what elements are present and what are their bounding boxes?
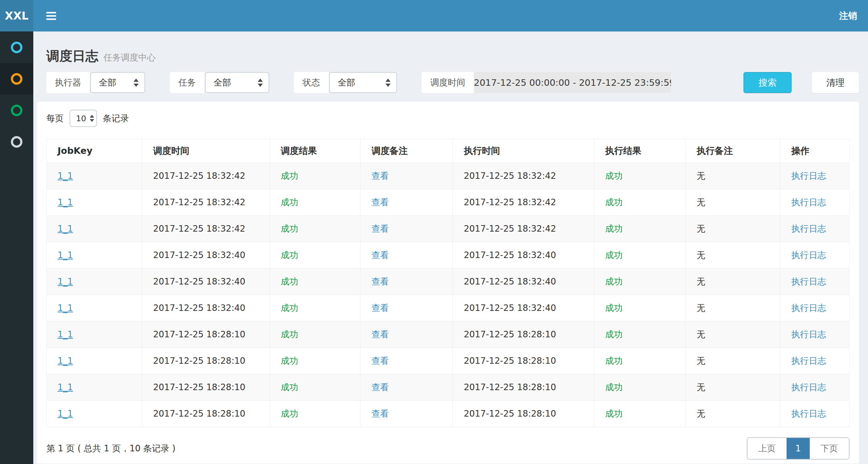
trigger-msg-cell: 查看 — [361, 242, 453, 269]
exec-log-link[interactable]: 执行日志 — [791, 356, 826, 366]
trigger-msg-cell: 查看 — [361, 374, 453, 401]
exec-log-link[interactable]: 执行日志 — [791, 250, 826, 260]
search-button[interactable]: 搜索 — [743, 72, 792, 93]
pagesize-select[interactable]: 10 — [69, 110, 97, 127]
app-logo[interactable]: XXL — [0, 0, 33, 31]
executor-select[interactable]: 全部 — [90, 72, 145, 93]
pagination: 上页 1 下页 — [747, 437, 850, 460]
table-row: 1_1 2017-12-25 18:28:10 成功 查看 2017-12-25… — [47, 321, 850, 348]
sidebar-item-3[interactable] — [0, 94, 33, 126]
handle-time-cell: 2017-12-25 18:32:40 — [453, 242, 594, 269]
jobkey-link[interactable]: 1_1 — [58, 171, 73, 181]
sidebar-item-2[interactable] — [0, 63, 33, 94]
jobkey-link[interactable]: 1_1 — [58, 356, 73, 366]
action-cell: 执行日志 — [780, 295, 850, 321]
handle-result-cell: 成功 — [594, 163, 686, 189]
column-header-action: 操作 — [780, 139, 850, 163]
status-filter-group: 状态 全部 — [294, 72, 397, 93]
handle-result-cell: 成功 — [594, 295, 686, 321]
current-page-button[interactable]: 1 — [787, 438, 810, 459]
top-navbar: XXL 注销 — [0, 0, 868, 31]
handle-result-cell: 成功 — [594, 189, 686, 216]
view-msg-link[interactable]: 查看 — [371, 250, 389, 260]
exec-log-link[interactable]: 执行日志 — [791, 197, 826, 207]
handle-time-cell: 2017-12-25 18:28:10 — [453, 374, 594, 401]
time-filter-group: 调度时间 — [422, 72, 671, 93]
table-row: 1_1 2017-12-25 18:28:10 成功 查看 2017-12-25… — [47, 374, 850, 401]
jobkey-link[interactable]: 1_1 — [58, 277, 73, 287]
jobkey-cell: 1_1 — [47, 295, 142, 321]
column-header-jobkey: JobKey — [47, 139, 142, 163]
exec-log-link[interactable]: 执行日志 — [791, 277, 826, 287]
pagesize-suffix: 条记录 — [103, 113, 129, 124]
view-msg-link[interactable]: 查看 — [371, 329, 389, 339]
job-select[interactable]: 全部 — [205, 72, 269, 93]
trigger-result-cell: 成功 — [270, 189, 361, 216]
handle-msg-cell: 无 — [686, 242, 780, 269]
status-select[interactable]: 全部 — [329, 72, 397, 93]
select-stepper-icon — [134, 79, 139, 87]
select-stepper-icon — [385, 79, 391, 87]
table-row: 1_1 2017-12-25 18:32:40 成功 查看 2017-12-25… — [47, 269, 850, 295]
trigger-result-cell: 成功 — [270, 242, 361, 269]
jobkey-link[interactable]: 1_1 — [58, 224, 73, 234]
trigger-msg-cell: 查看 — [361, 321, 453, 348]
handle-time-cell: 2017-12-25 18:28:10 — [453, 321, 594, 348]
handle-msg-cell: 无 — [686, 295, 780, 321]
exec-log-link[interactable]: 执行日志 — [791, 303, 826, 313]
jobkey-cell: 1_1 — [47, 348, 142, 374]
handle-msg-cell: 无 — [686, 269, 780, 295]
logout-link[interactable]: 注销 — [839, 10, 857, 22]
trigger-msg-cell: 查看 — [361, 269, 453, 295]
pagesize-row: 每页 10 条记录 — [37, 102, 859, 127]
trigger-time-cell: 2017-12-25 18:28:10 — [142, 401, 270, 427]
jobkey-link[interactable]: 1_1 — [58, 329, 73, 339]
job-select-value: 全部 — [214, 77, 251, 88]
page-subtitle: 任务调度中心 — [104, 52, 156, 63]
view-msg-link[interactable]: 查看 — [371, 382, 389, 392]
view-msg-link[interactable]: 查看 — [371, 356, 389, 366]
log-table-wrap: JobKey 调度时间 调度结果 调度备注 执行时间 执行结果 执行备注 操作 … — [46, 139, 850, 427]
column-header-handle-time: 执行时间 — [453, 139, 594, 163]
clear-button[interactable]: 清理 — [812, 72, 859, 93]
jobkey-link[interactable]: 1_1 — [58, 197, 73, 207]
jobkey-cell: 1_1 — [47, 374, 142, 401]
exec-log-link[interactable]: 执行日志 — [791, 171, 826, 181]
jobkey-cell: 1_1 — [47, 321, 142, 348]
trigger-time-cell: 2017-12-25 18:28:10 — [142, 348, 270, 374]
view-msg-link[interactable]: 查看 — [371, 409, 389, 419]
trigger-msg-cell: 查看 — [361, 216, 453, 242]
sidebar-toggle-icon[interactable] — [43, 7, 60, 25]
next-page-button[interactable]: 下页 — [810, 438, 849, 459]
page-summary: 第 1 页 ( 总共 1 页，10 条记录 ) — [46, 443, 176, 454]
table-row: 1_1 2017-12-25 18:32:42 成功 查看 2017-12-25… — [47, 216, 850, 242]
exec-log-link[interactable]: 执行日志 — [791, 409, 826, 419]
sidebar-item-4[interactable] — [0, 126, 33, 157]
exec-log-link[interactable]: 执行日志 — [791, 382, 826, 392]
handle-time-cell: 2017-12-25 18:32:42 — [453, 163, 594, 189]
jobkey-link[interactable]: 1_1 — [58, 303, 73, 313]
table-header-row: JobKey 调度时间 调度结果 调度备注 执行时间 执行结果 执行备注 操作 — [47, 139, 850, 163]
jobkey-link[interactable]: 1_1 — [58, 409, 73, 419]
trigger-result-cell: 成功 — [270, 163, 361, 189]
column-header-trigger-time: 调度时间 — [142, 139, 270, 163]
view-msg-link[interactable]: 查看 — [371, 277, 389, 287]
jobkey-link[interactable]: 1_1 — [58, 250, 73, 260]
view-msg-link[interactable]: 查看 — [371, 197, 389, 207]
executor-filter-group: 执行器 全部 — [46, 72, 145, 93]
prev-page-button[interactable]: 上页 — [747, 438, 787, 459]
view-msg-link[interactable]: 查看 — [371, 303, 389, 313]
exec-log-link[interactable]: 执行日志 — [791, 329, 826, 339]
time-range-input[interactable] — [474, 72, 671, 93]
trigger-time-cell: 2017-12-25 18:32:40 — [142, 242, 270, 269]
circle-icon — [11, 136, 22, 148]
select-stepper-icon — [258, 79, 263, 87]
column-header-trigger-result: 调度结果 — [270, 139, 361, 163]
view-msg-link[interactable]: 查看 — [371, 224, 389, 234]
exec-log-link[interactable]: 执行日志 — [791, 224, 826, 234]
page-header: 调度日志 任务调度中心 — [33, 31, 868, 64]
action-cell: 执行日志 — [780, 321, 850, 348]
view-msg-link[interactable]: 查看 — [371, 171, 389, 181]
sidebar-item-1[interactable] — [0, 31, 33, 63]
jobkey-link[interactable]: 1_1 — [58, 382, 73, 392]
